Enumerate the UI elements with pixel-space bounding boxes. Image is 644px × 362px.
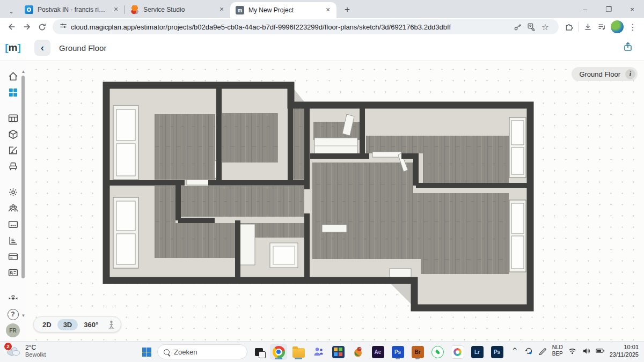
sidebar-item-workspace[interactable] [5,216,21,232]
taskbar-app-misc[interactable] [349,344,367,360]
sidebar-item-furniture[interactable] [5,158,21,174]
floorplan-canvas[interactable]: Ground Floor i 2D 3D 360° [26,61,644,341]
wifi-icon[interactable] [568,346,577,356]
walkthrough-button[interactable] [104,320,118,329]
hidden-icons-chevron[interactable]: ⌃ [510,346,519,356]
taskbar-app-lightroom[interactable]: Lr [469,344,486,360]
view-option-2d[interactable]: 2D [36,319,57,330]
language-top: NLD [552,344,563,351]
sidebar-item-settings[interactable] [5,184,21,200]
translate-icon[interactable] [524,20,538,34]
view-switcher: 2D 3D 360° [33,316,121,333]
photoshop-icon: Ps [392,346,404,358]
taskbar-clock[interactable]: 10:01 23/11/2025 [610,343,639,359]
profile-avatar[interactable] [611,20,624,33]
taskbar-app-whatsapp[interactable] [429,344,446,360]
floor-selector-pill[interactable]: Ground Floor i [572,67,638,81]
sidebar-item-dashboard[interactable] [5,84,21,100]
user-avatar[interactable]: FR [5,322,21,338]
share-button[interactable] [623,41,633,54]
floor-name: Ground Floor [579,70,620,78]
sidebar-item-billing[interactable] [5,248,21,264]
page-title: Ground Floor [59,43,106,53]
reload-button[interactable] [34,19,49,34]
close-tab-icon[interactable]: × [324,6,332,14]
taskbar-app-bridge[interactable]: Br [409,344,426,360]
browser-window: ⌄ Postvak IN - francis riethaeve - × Ser… [0,0,644,362]
taskbar-app-toolbox[interactable] [330,344,347,360]
new-tab-button[interactable]: + [340,2,355,17]
sync-icon[interactable] [524,346,533,356]
battery-icon[interactable] [596,346,605,356]
taskbar-app-photos[interactable] [449,344,466,360]
site-settings-icon[interactable] [59,21,71,32]
help-button[interactable]: ? [5,306,21,322]
weather-widget[interactable]: 2 2°C Bewolkt [5,344,46,358]
scrollbar-thumb[interactable] [21,76,25,278]
bookmark-star-icon[interactable]: ☆ [538,20,552,34]
outlook-favicon [25,5,33,14]
browser-menu-icon[interactable]: ⋮ [626,20,640,34]
address-bar[interactable]: cloud.magicplan.app/estimator/projects/b… [53,19,559,34]
chrome-icon [273,346,285,358]
collapse-arrows-icon [8,293,19,304]
pen-icon[interactable] [538,346,547,356]
scroll-down-icon[interactable]: ▼ [21,313,26,318]
start-button[interactable] [138,344,155,360]
sidebar-collapse-toggle[interactable] [5,290,21,306]
whatsapp-icon [431,346,444,358]
back-button[interactable] [4,19,19,34]
close-tab-icon[interactable]: × [112,5,120,14]
language-indicator[interactable]: NLD BEP [552,344,563,357]
view-option-3d[interactable]: 3D [57,319,78,330]
tab-service-studio[interactable]: Service Studio × [125,1,230,18]
extensions-icon[interactable] [562,20,576,34]
volume-icon[interactable] [582,346,591,356]
photos-app-icon [451,345,464,359]
downloads-icon[interactable] [581,20,595,34]
sidebar-item-3d[interactable] [5,126,21,142]
taskbar-app-teams[interactable] [310,344,327,360]
media-controls-icon[interactable] [595,20,609,34]
password-key-icon[interactable] [510,20,524,34]
window [509,200,526,272]
tab-postvak[interactable]: Postvak IN - francis riethaeve - × [19,1,125,18]
sidebar-item-sketch[interactable] [5,142,21,158]
sidebar-item-reports[interactable] [5,232,21,248]
taskbar-app-explorer[interactable] [290,344,307,360]
lightroom-icon: Lr [471,346,484,358]
taskbar-search[interactable]: Zoeken [157,344,247,359]
scroll-up-icon[interactable]: ▲ [21,69,26,74]
view-option-360[interactable]: 360° [78,319,104,330]
search-placeholder: Zoeken [174,348,197,356]
close-tab-icon[interactable]: × [217,5,226,14]
sidebar-item-home[interactable] [5,68,21,84]
restore-button[interactable]: ❐ [597,0,620,18]
tab-my-new-project[interactable]: m My New Project × [230,2,336,18]
taskbar-app-aftereffects[interactable]: Ae [369,344,386,360]
close-window-button[interactable]: × [620,0,644,18]
weather-temp: 2°C [25,344,46,351]
search-icon [164,349,170,355]
forward-button[interactable] [19,19,34,34]
date: 23/11/2025 [610,351,639,358]
browser-toolbar: cloud.magicplan.app/estimator/projects/b… [0,18,644,35]
minimize-button[interactable]: – [573,0,597,18]
sidebar-item-team[interactable] [5,200,21,216]
radiator [322,225,347,232]
photoshop-beta-icon: Ps [491,346,503,358]
back-to-project-button[interactable]: ‹ [34,40,50,56]
url-text[interactable]: cloud.magicplan.app/estimator/projects/b… [71,23,510,31]
sidebar-item-tables[interactable] [5,110,21,126]
sidebar-scrollbar[interactable]: ▲ ▼ [21,69,26,318]
dashboard-grid-icon [8,87,18,98]
taskbar-app-chrome[interactable] [270,344,287,360]
sidebar-item-contacts[interactable] [5,264,21,280]
info-icon[interactable]: i [625,69,635,79]
task-view-button[interactable] [250,344,267,360]
floorplan-3d-view[interactable] [26,61,644,342]
taskbar-app-photoshop[interactable]: Ps [389,344,406,360]
taskbar-app-photoshop-beta[interactable]: Ps [488,344,506,360]
tab-search-button[interactable]: ⌄ [3,3,19,18]
time: 10:01 [610,343,639,351]
